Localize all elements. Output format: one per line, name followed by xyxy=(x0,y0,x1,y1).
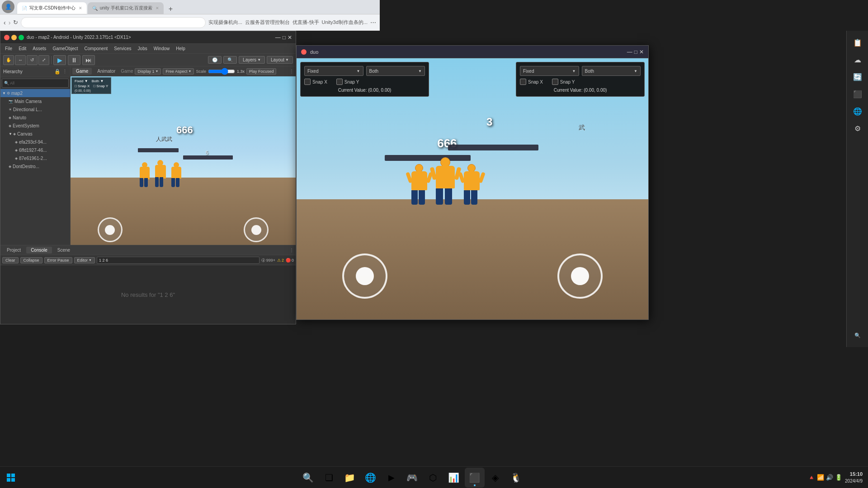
win-maximize-btn[interactable]: □ xyxy=(283,34,286,41)
menu-edit[interactable]: Edit xyxy=(16,45,29,52)
sidebar-icon-6[interactable]: ⚙ xyxy=(849,120,866,136)
game-view-menu[interactable]: ⋮ xyxy=(289,69,294,74)
taskbar-clock[interactable]: 15:10 2024/4/9 xyxy=(845,470,863,485)
tree-item-87e6[interactable]: ◈ 87e61961-2... xyxy=(0,154,70,162)
menu-component[interactable]: Component xyxy=(82,45,111,52)
bookmark-unity[interactable]: Unity3d制作血条的... xyxy=(322,19,368,26)
tool-hand[interactable]: ✋ xyxy=(3,55,14,65)
layout-button[interactable]: Layout ▼ xyxy=(267,56,293,64)
duo-joystick-right[interactable] xyxy=(557,253,603,299)
win-close-btn[interactable]: ✕ xyxy=(288,34,292,41)
duo-minimize-btn[interactable]: — xyxy=(627,49,632,55)
hierarchy-search[interactable]: 🔍 All xyxy=(2,79,69,88)
snap-right-mode-select[interactable]: Both ▼ xyxy=(582,66,641,76)
browser-tab-2-close[interactable]: ✕ xyxy=(156,6,159,10)
taskbar-search-icon[interactable]: 🔍 xyxy=(298,468,318,488)
collapse-button[interactable]: Collapse xyxy=(20,257,42,263)
tree-item-main-camera[interactable]: 📷 Main Camera xyxy=(0,97,70,105)
display-select[interactable]: Display 1 ▼ xyxy=(135,68,161,75)
taskbar-task-view-icon[interactable]: ❏ xyxy=(319,468,339,488)
clear-button[interactable]: Clear xyxy=(2,257,19,263)
tab-console[interactable]: Console xyxy=(26,247,52,253)
browser-tab-2[interactable]: 🔍 unity 手机窗口化 百度搜索 ✕ xyxy=(88,2,164,14)
duo-close-btn[interactable]: ✕ xyxy=(639,49,644,55)
snap-left-y-checkbox[interactable] xyxy=(336,79,343,85)
extensions-button[interactable]: ⋯ xyxy=(370,19,376,26)
tray-battery-icon[interactable]: 🔋 xyxy=(835,474,842,481)
layers-button[interactable]: Layers ▼ xyxy=(239,56,265,64)
tree-item-efa[interactable]: ◈ efa293cf-94... xyxy=(0,138,70,146)
address-bar[interactable] xyxy=(21,17,205,28)
tree-item-6ffd[interactable]: ◈ 6ffd1927-46... xyxy=(0,146,70,154)
play-focused-btn[interactable]: Play Focused xyxy=(246,68,277,75)
start-button[interactable] xyxy=(0,467,22,488)
error-pause-button[interactable]: Error Pause xyxy=(44,257,72,263)
snap-left-x-checkbox[interactable] xyxy=(304,79,311,85)
close-button[interactable] xyxy=(4,35,9,40)
maximize-button[interactable] xyxy=(19,35,24,40)
taskbar-terminal-icon[interactable]: ▶ xyxy=(382,468,401,488)
taskbar-vs-icon[interactable]: 📊 xyxy=(444,468,464,488)
tool-scale[interactable]: ⤢ xyxy=(38,55,49,65)
tray-expand-icon[interactable]: 🔺 xyxy=(808,474,815,481)
step-button[interactable]: ⏭ xyxy=(82,55,95,65)
snap-left-type-select[interactable]: Fixed ▼ xyxy=(304,66,363,76)
browser-tab-1-close[interactable]: ✕ xyxy=(79,6,82,10)
tree-item-eventsystem[interactable]: ◈ EventSystem xyxy=(0,122,70,130)
tree-item-canvas[interactable]: ▼ ◈ Canvas xyxy=(0,130,70,138)
menu-gameobject[interactable]: GameObject xyxy=(50,45,80,52)
tree-item-naruto[interactable]: ◈ Naruto xyxy=(0,113,70,122)
tab-project[interactable]: Project xyxy=(2,247,25,253)
menu-window[interactable]: Window xyxy=(151,45,173,52)
sidebar-icon-3[interactable]: 🔄 xyxy=(849,69,866,85)
sidebar-icon-4[interactable]: ⬛ xyxy=(849,86,866,102)
aspect-select[interactable]: Free Aspect ▼ xyxy=(163,68,194,75)
win-minimize-btn[interactable]: — xyxy=(275,34,281,41)
hierarchy-menu[interactable]: ⋮ xyxy=(62,69,67,75)
menu-assets[interactable]: Assets xyxy=(30,45,49,52)
editor-dropdown[interactable]: Editor ▼ xyxy=(74,257,95,263)
tab-animator[interactable]: Animator xyxy=(94,68,119,75)
tab-game[interactable]: Game xyxy=(72,68,92,75)
tree-item-directional[interactable]: ☀ Directional L... xyxy=(0,105,70,113)
hierarchy-lock[interactable]: 🔒 xyxy=(54,69,61,75)
forward-button[interactable]: › xyxy=(9,19,11,26)
taskbar-cmd-icon[interactable]: ⬛ xyxy=(465,468,485,488)
menu-jobs[interactable]: Jobs xyxy=(135,45,150,52)
taskbar-penguin-icon[interactable]: 🐧 xyxy=(506,468,526,488)
tray-volume-icon[interactable]: 🔊 xyxy=(826,474,833,481)
taskbar-unity-hub-icon[interactable]: ⬡ xyxy=(423,468,443,488)
taskbar-edge-icon[interactable]: 🌐 xyxy=(361,468,381,488)
snap-right-type-select[interactable]: Fixed ▼ xyxy=(520,66,579,76)
profile-icon[interactable]: 👤 xyxy=(2,0,14,13)
play-button[interactable]: ▶ xyxy=(53,55,66,65)
sidebar-icon-1[interactable]: 📋 xyxy=(849,34,866,51)
snap-left-mode-select[interactable]: Both ▼ xyxy=(366,66,425,76)
tray-network-icon[interactable]: 📶 xyxy=(817,474,824,481)
sidebar-search[interactable]: 🔍 xyxy=(849,327,866,343)
taskbar-unity-icon[interactable]: ◈ xyxy=(486,468,505,488)
tree-item-map2[interactable]: ▼ ⚙ map2 xyxy=(0,89,70,97)
menu-help[interactable]: Help xyxy=(173,45,188,52)
search-button[interactable]: 🔍 xyxy=(223,56,237,64)
bookmark-live[interactable]: 优直播-快手 xyxy=(292,19,319,26)
console-menu[interactable]: ⋮ xyxy=(289,248,294,253)
duo-maximize-btn[interactable]: □ xyxy=(634,49,637,55)
back-button[interactable]: ‹ xyxy=(4,19,6,26)
duo-close-button[interactable] xyxy=(301,49,307,55)
minimize-button[interactable] xyxy=(11,35,17,40)
snap-right-x-checkbox[interactable] xyxy=(520,79,526,85)
tab-scene[interactable]: Scene xyxy=(53,247,75,253)
menu-file[interactable]: File xyxy=(2,45,15,52)
taskbar-steam-icon[interactable]: 🎮 xyxy=(402,468,422,488)
snap-right-y-checkbox[interactable] xyxy=(552,79,558,85)
menu-services[interactable]: Services xyxy=(111,45,134,52)
pause-button[interactable]: ⏸ xyxy=(68,55,80,65)
tool-rotate[interactable]: ↺ xyxy=(27,55,38,65)
bookmark-camera[interactable]: 实现摄像机向... xyxy=(208,19,242,26)
joystick-left[interactable] xyxy=(98,217,123,242)
browser-tab-1[interactable]: 📄 写文章-CSDN创作中心 ✕ xyxy=(17,2,87,14)
taskbar-explorer-icon[interactable]: 📁 xyxy=(340,468,360,488)
bookmark-cloud[interactable]: 云服务器管理控制台 xyxy=(245,19,290,26)
new-tab-button[interactable]: + xyxy=(165,4,176,14)
